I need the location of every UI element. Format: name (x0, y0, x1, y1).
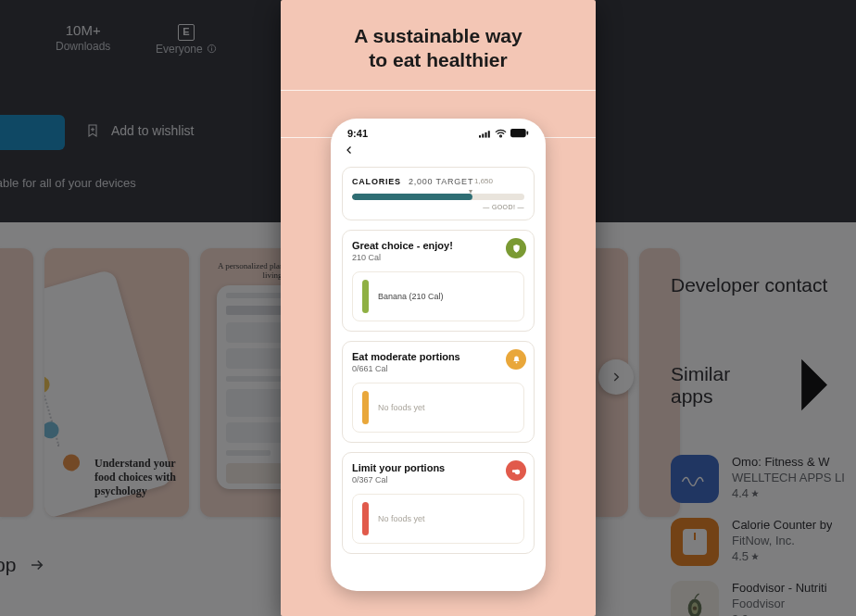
food-item: Banana (210 Cal) (378, 292, 444, 301)
food-item: No foods yet (378, 514, 425, 523)
svg-rect-9 (488, 131, 490, 137)
card-title: Great choice - enjoy! (352, 240, 524, 251)
calories-label: CALORIES (352, 177, 401, 186)
calories-target: 2,000 TARGET (409, 177, 473, 186)
calorie-status: — GOOD! — (352, 204, 524, 210)
card-sub: 0/661 Cal (352, 364, 524, 373)
cellular-icon (479, 130, 491, 138)
svg-rect-10 (510, 129, 526, 137)
wifi-icon (495, 129, 507, 138)
whistle-icon (506, 460, 526, 481)
card-title: Limit your portions (352, 462, 524, 473)
svg-rect-12 (515, 361, 517, 362)
calorie-value: 1,650 (474, 177, 493, 185)
svg-rect-7 (482, 133, 484, 137)
calories-card: CALORIES 2,000 TARGET ▾ 1,650 — GOOD! — (342, 167, 535, 220)
battery-icon (510, 129, 529, 138)
card-title: Eat moderate portions (352, 351, 524, 362)
food-item: No foods yet (378, 403, 425, 412)
card-sub: 210 Cal (352, 253, 524, 262)
clock: 9:41 (347, 128, 368, 139)
card-sub: 0/367 Cal (352, 475, 524, 484)
bell-icon (506, 349, 526, 370)
phone-mockup: 9:41 CALORIES 2,000 TARGET ▾ 1,650 — GOO… (331, 119, 546, 591)
svg-rect-14 (511, 470, 516, 472)
phone-status-bar: 9:41 (342, 126, 535, 139)
food-category-card-green: Great choice - enjoy! 210 Cal Banana (21… (342, 230, 535, 332)
svg-rect-8 (485, 132, 487, 137)
food-category-card-yellow: Eat moderate portions 0/661 Cal No foods… (342, 341, 535, 443)
chevron-left-icon (344, 145, 355, 156)
color-pill-yellow (362, 391, 369, 424)
divider (281, 90, 596, 91)
svg-rect-6 (479, 135, 481, 137)
promo-headline: A sustainable way to eat healthier (281, 0, 596, 90)
color-pill-green (362, 280, 369, 313)
back-button[interactable] (342, 139, 535, 157)
color-pill-red (362, 502, 369, 535)
calorie-progress-bar (352, 194, 524, 200)
food-category-card-red: Limit your portions 0/367 Cal No foods y… (342, 452, 535, 554)
svg-rect-11 (527, 132, 529, 135)
screenshot-lightbox: A sustainable way to eat healthier 9:41 … (281, 0, 596, 616)
shield-icon (506, 238, 526, 258)
